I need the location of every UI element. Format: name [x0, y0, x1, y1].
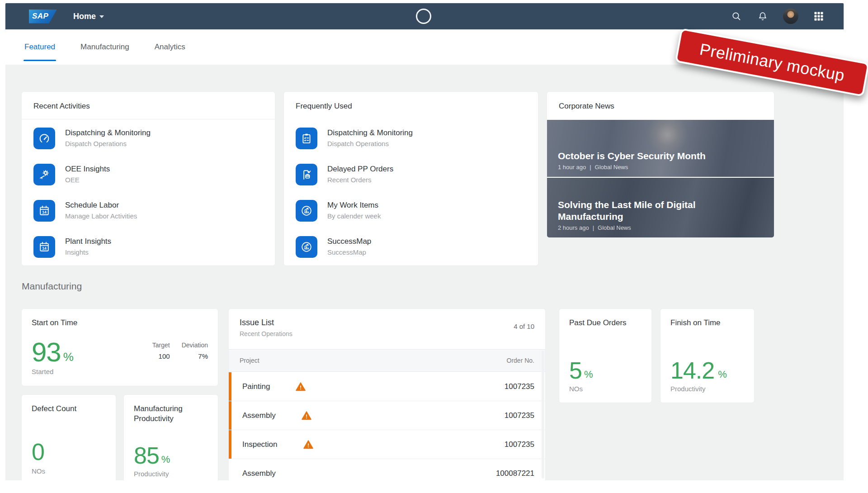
- frequently-used-card: Frequently Used Dispatching & Monitoring: [284, 92, 538, 265]
- document-check-icon: [296, 164, 317, 185]
- app-launcher-grid-icon[interactable]: [813, 10, 825, 22]
- kpi-caption: Productivity: [670, 385, 706, 393]
- start-on-time-tile[interactable]: Start on Time 93 % Started Target 100 De…: [22, 309, 218, 386]
- frequently-used-item[interactable]: My Work Items By calender week: [296, 200, 526, 222]
- frequently-used-item[interactable]: SuccessMap SuccessMap: [296, 236, 526, 258]
- kpi-unit: %: [159, 454, 170, 467]
- kpi-unit: %: [582, 369, 593, 382]
- recent-activities-card: Recent Activities Dispatching & Monitori…: [22, 92, 275, 265]
- frequently-used-item[interactable]: Delayed PP Orders Recent Orders: [296, 164, 526, 185]
- item-title: OEE Insights: [65, 165, 110, 174]
- kpi-caption: Productivity: [134, 470, 169, 478]
- kpi-title: Start on Time: [22, 309, 218, 328]
- content-area: Recent Activities Dispatching & Monitori…: [5, 65, 844, 480]
- news-item[interactable]: Solving the Last Mile of Digital Manufac…: [547, 178, 774, 237]
- kpi-caption: Started: [32, 368, 53, 375]
- news-headline: Solving the Last Mile of Digital Manufac…: [558, 199, 721, 223]
- kpi-unit: %: [714, 369, 727, 382]
- news-source: Global News: [598, 224, 631, 231]
- sap-logo[interactable]: SAP: [29, 9, 57, 24]
- finish-on-time-tile[interactable]: Finish on Time 14.2 % Productivity: [660, 309, 754, 403]
- item-subtitle: Recent Orders: [327, 176, 393, 184]
- warning-icon: [301, 410, 312, 421]
- recent-activity-item[interactable]: 14 Plant Insights Insights: [33, 236, 263, 258]
- kpi-title: Finish on Time: [660, 309, 754, 328]
- kpi-title: Past Due Orders: [559, 309, 651, 328]
- past-due-orders-tile[interactable]: Past Due Orders 5 % NOs: [559, 309, 651, 403]
- clipboard-icon: [296, 128, 317, 149]
- issue-table-header: Project Order No.: [229, 349, 545, 372]
- kpi-value: 93: [32, 339, 61, 366]
- calendar-icon: 14: [33, 200, 55, 222]
- defect-count-tile[interactable]: Defect Count 0 NOs: [22, 395, 116, 480]
- item-title: Delayed PP Orders: [327, 165, 393, 174]
- news-source: Global News: [595, 164, 628, 171]
- item-title: My Work Items: [327, 201, 381, 210]
- frequently-used-item[interactable]: Dispatching & Monitoring Dispatch Operat…: [296, 128, 526, 149]
- notifications-bell-icon[interactable]: [757, 10, 769, 22]
- home-menu-button[interactable]: Home: [73, 12, 104, 21]
- card-divider: [22, 119, 275, 119]
- corporate-news-title: Corporate News: [547, 92, 774, 119]
- section-title-manufacturing: Manufacturing: [22, 281, 82, 292]
- news-item[interactable]: October is Cyber Security Month 1 hour a…: [547, 120, 774, 177]
- deviation-label: Deviation: [182, 341, 208, 349]
- news-separator: |: [593, 224, 594, 231]
- issue-table-row[interactable]: Inspection 1007235: [229, 430, 545, 459]
- issue-table-row[interactable]: Painting 1007235: [229, 372, 545, 401]
- item-title: Schedule Labor: [65, 201, 137, 210]
- issue-table-row[interactable]: Assembly 100087221: [229, 459, 545, 480]
- project-cell: Assembly: [242, 411, 276, 420]
- order-cell: 1007235: [505, 382, 534, 391]
- frequently-used-title: Frequently Used: [284, 92, 538, 119]
- order-cell: 100087221: [496, 469, 534, 478]
- news-separator: |: [590, 164, 591, 171]
- warning-icon: [295, 381, 306, 392]
- order-cell: 1007235: [505, 440, 534, 449]
- kpi-caption: NOs: [569, 385, 583, 393]
- item-title: SuccessMap: [327, 237, 371, 246]
- project-cell: Assembly: [242, 469, 276, 478]
- recent-activity-item[interactable]: Dispatching & Monitoring Dispatch Operat…: [33, 128, 263, 149]
- kpi-value: 5: [569, 359, 582, 382]
- target-value: 100: [152, 352, 170, 360]
- manufacturing-productivity-tile[interactable]: Manufacturing Productivity 85 % Producti…: [124, 395, 218, 480]
- home-menu-label: Home: [73, 12, 96, 21]
- deviation-value: 7%: [182, 352, 208, 360]
- item-subtitle: Dispatch Operations: [327, 140, 413, 147]
- sap-logo-text: SAP: [32, 12, 48, 21]
- item-subtitle: Manage Labor Activities: [65, 212, 137, 220]
- tab-featured[interactable]: Featured: [24, 31, 56, 63]
- corporate-news-card: Corporate News October is Cyber Security…: [547, 92, 774, 237]
- news-time: 1 hour ago: [558, 164, 586, 171]
- search-icon[interactable]: [731, 10, 742, 22]
- item-subtitle: Insights: [65, 248, 111, 256]
- issue-list-card: Issue List Recent Operations 4 of 10 Pro…: [229, 309, 545, 480]
- kpi-title: Manufacturing Productivity: [124, 395, 205, 424]
- item-title: Dispatching & Monitoring: [65, 128, 151, 137]
- user-avatar[interactable]: [783, 9, 798, 24]
- recent-activity-item[interactable]: OEE Insights OEE: [33, 164, 263, 185]
- item-title: Plant Insights: [65, 237, 111, 246]
- shell-bar: SAP Home: [5, 3, 844, 29]
- chevron-down-icon: [99, 15, 104, 18]
- issue-list-title: Issue List: [240, 318, 534, 327]
- item-subtitle: Dispatch Operations: [65, 140, 151, 147]
- warning-icon: [303, 439, 314, 450]
- kpi-value: 0: [32, 440, 44, 464]
- target-label: Target: [152, 341, 170, 349]
- application-frame: SAP Home: [5, 3, 844, 480]
- recent-activity-item[interactable]: 14 Schedule Labor Manage Labor Activitie…: [33, 200, 263, 222]
- shell-center-ring-icon: [416, 9, 431, 24]
- issue-list-subtitle: Recent Operations: [240, 330, 534, 337]
- issue-table-row[interactable]: Assembly 1007235: [229, 401, 545, 430]
- order-cell: 1007235: [505, 411, 534, 420]
- kpi-value: 14.2: [670, 359, 714, 382]
- tab-manufacturing[interactable]: Manufacturing: [80, 31, 130, 63]
- sun-machine-icon: [33, 164, 55, 185]
- tab-analytics[interactable]: Analytics: [154, 31, 186, 63]
- scrollbar[interactable]: [542, 351, 544, 479]
- item-subtitle: OEE: [65, 176, 110, 184]
- svg-text:14: 14: [42, 210, 47, 214]
- column-project: Project: [240, 357, 259, 364]
